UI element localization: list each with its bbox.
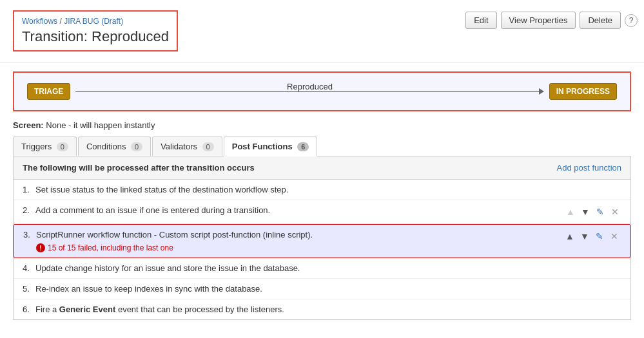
- edit-button-2[interactable]: ✎: [594, 205, 607, 218]
- tab-triggers-label: Triggers: [21, 142, 52, 151]
- move-up-button-2[interactable]: ▲: [564, 205, 577, 218]
- function-text-2: Add a comment to an issue if one is ente…: [35, 205, 564, 215]
- function-item-1: 1. Set issue status to the linked status…: [14, 180, 630, 200]
- move-up-button-3[interactable]: ▲: [563, 230, 576, 243]
- function-num-6: 6.: [23, 305, 35, 314]
- workflow-transition-arrow: Reproduced: [75, 88, 543, 95]
- function-num-3: 3.: [23, 230, 36, 239]
- content-header-text: The following will be processed after th…: [23, 163, 255, 173]
- remove-button-3[interactable]: ✕: [608, 230, 621, 243]
- breadcrumb: Workflows / JIRA BUG (Draft): [22, 17, 169, 26]
- workflow-transition-label: Reproduced: [287, 82, 333, 91]
- error-message-3: ! 15 of 15 failed, including the last on…: [36, 243, 563, 252]
- function-text-5: Re-index an issue to keep indexes in syn…: [35, 284, 621, 294]
- function-item-2: 2. Add a comment to an issue if one is e…: [14, 200, 630, 224]
- screen-info: Screen: None - it will happen instantly: [13, 120, 631, 130]
- edit-button-3[interactable]: ✎: [593, 230, 606, 243]
- tab-conditions-badge: 0: [131, 142, 142, 151]
- top-bar: Workflows / JIRA BUG (Draft) Transition:…: [0, 0, 644, 62]
- function-text-1: Set issue status to the linked status of…: [35, 185, 621, 194]
- function-text-4: Update change history for an issue and s…: [35, 263, 621, 273]
- function-item-3: 3. ScriptRunner workflow function - Cust…: [14, 224, 630, 258]
- function-text-3: ScriptRunner workflow function - Custom …: [36, 230, 563, 252]
- breadcrumb-draft[interactable]: JIRA BUG (Draft): [64, 17, 123, 26]
- tab-post-functions-badge: 6: [297, 142, 309, 151]
- remove-button-2[interactable]: ✕: [609, 205, 621, 218]
- add-post-function-link[interactable]: Add post function: [557, 163, 621, 173]
- function-num-2: 2.: [23, 205, 35, 215]
- tabs-bar: Triggers 0 Conditions 0 Validators 0 Pos…: [13, 136, 631, 156]
- arrow-head: [539, 88, 544, 95]
- move-down-button-2[interactable]: ▼: [579, 205, 592, 218]
- edit-button[interactable]: Edit: [465, 12, 496, 29]
- move-down-button-3[interactable]: ▼: [578, 230, 591, 243]
- view-properties-button[interactable]: View Properties: [501, 12, 576, 29]
- screen-value: None - it will happen instantly: [46, 120, 155, 130]
- workflow-to-node: IN PROGRESS: [549, 83, 617, 100]
- header-box: Workflows / JIRA BUG (Draft) Transition:…: [13, 10, 178, 52]
- content-header: The following will be processed after th…: [14, 156, 630, 180]
- workflow-from-node: TRIAGE: [27, 83, 70, 100]
- function-item-4: 4. Update change history for an issue an…: [14, 258, 630, 279]
- top-actions: Edit View Properties Delete ?: [465, 12, 638, 29]
- screen-label: Screen:: [13, 120, 44, 130]
- generic-event-bold: Generic Event: [59, 305, 115, 314]
- tab-validators[interactable]: Validators 0: [152, 136, 222, 156]
- breadcrumb-workflows[interactable]: Workflows: [22, 17, 57, 26]
- function-num-4: 4.: [23, 263, 35, 273]
- tab-triggers[interactable]: Triggers 0: [13, 136, 77, 156]
- function-text-6: Fire a Generic Event event that can be p…: [35, 305, 621, 314]
- content-area: The following will be processed after th…: [13, 156, 631, 320]
- delete-button[interactable]: Delete: [580, 12, 621, 29]
- function-actions-3: ▲ ▼ ✎ ✕: [563, 230, 621, 243]
- tab-conditions-label: Conditions: [86, 142, 126, 151]
- function-num-1: 1.: [23, 185, 35, 194]
- tab-post-functions[interactable]: Post Functions 6: [224, 136, 318, 156]
- tab-validators-badge: 0: [202, 142, 214, 151]
- function-item-5: 5. Re-index an issue to keep indexes in …: [14, 279, 630, 299]
- function-actions-2: ▲ ▼ ✎ ✕: [564, 205, 621, 218]
- function-num-5: 5.: [23, 284, 35, 294]
- workflow-diagram: TRIAGE Reproduced IN PROGRESS: [13, 71, 631, 111]
- help-icon[interactable]: ?: [625, 14, 638, 27]
- tab-conditions[interactable]: Conditions 0: [78, 136, 151, 156]
- tab-validators-label: Validators: [161, 142, 197, 151]
- error-icon-3: !: [36, 243, 45, 252]
- function-item-6: 6. Fire a Generic Event event that can b…: [14, 299, 630, 319]
- error-text-3: 15 of 15 failed, including the last one: [48, 243, 173, 252]
- page-title: Transition: Reproduced: [22, 28, 169, 45]
- tab-post-functions-label: Post Functions: [232, 142, 293, 151]
- tab-triggers-badge: 0: [57, 142, 68, 151]
